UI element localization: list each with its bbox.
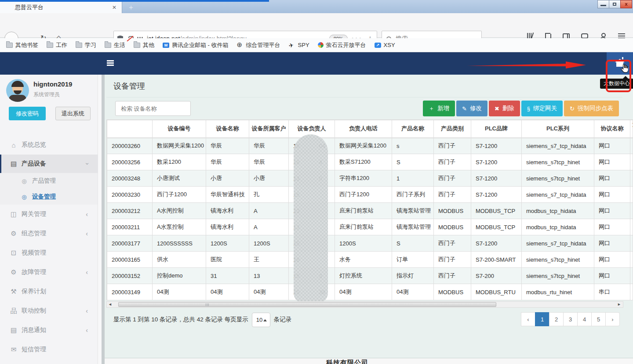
cell-comm-mode: 网口 xyxy=(594,187,630,203)
sidebar-item[interactable]: ◎ 设备管理 xyxy=(0,189,98,205)
window-close-button[interactable]: x xyxy=(620,0,632,8)
table-row[interactable]: 200003149 04测 04测 04测 1538 04测 04测 MODBU… xyxy=(107,284,633,300)
cell-product-name: 庶来门前泵站 xyxy=(335,203,392,219)
sidebar-item[interactable]: ⌂ 系统总览 xyxy=(0,135,98,155)
table-header-cell: PLC品牌 xyxy=(471,120,522,138)
cell-device-id: 200003211 xyxy=(107,219,153,235)
table-row[interactable]: 200003230 西门子1200 华辰智通科技 孔 15 西门子1200 西门… xyxy=(107,187,633,203)
bookmark-item[interactable]: SPY xyxy=(289,42,309,48)
page-button[interactable]: ‹ xyxy=(521,312,535,326)
cell-customer: 31 xyxy=(206,268,249,284)
sidebar-item[interactable]: ⚙ 故障管理 ‹ xyxy=(0,263,98,282)
action-button[interactable]: ＋ 新增 xyxy=(423,101,455,116)
action-button[interactable]: ↻ 强制同步点表 xyxy=(564,101,619,116)
page-button[interactable]: 5 xyxy=(591,312,606,326)
table-row[interactable]: 200003260 数据网关采集1200 华辰 华辰 1804 数据网关采集12… xyxy=(107,138,633,154)
sidebar-item[interactable]: ◎ 产品管理 xyxy=(0,173,98,189)
sidebar-item-icon: ⊡ xyxy=(9,249,18,257)
sidebar-item[interactable]: ⚙ 组态管理 ‹ xyxy=(0,224,98,243)
cell-product-type: S xyxy=(392,154,434,170)
bookmark-item[interactable]: 工作 xyxy=(47,41,67,49)
cell-owner: 华辰 xyxy=(249,138,289,154)
table-row[interactable]: 200003256 数采1200 华辰 华辰 184 数采S71200 S 西门… xyxy=(107,154,633,170)
device-search-box[interactable] xyxy=(115,101,191,116)
page-button[interactable]: 1 xyxy=(535,312,549,326)
sidebar-item-label: 产品设备 xyxy=(22,160,86,168)
horizontal-scrollbar[interactable]: ◄ ► xyxy=(106,301,623,308)
cell-protocol: modbus_tcp_hidata xyxy=(522,203,594,219)
sidebar-item-label: 视频管理 xyxy=(22,249,88,257)
table-row[interactable]: 200003211 A水泵控制 镇海水利 A 13 庶来门前泵站 镇海泵站管理 … xyxy=(107,219,633,235)
cell-owner: 1200S xyxy=(249,235,289,252)
bookmark-item[interactable]: 生活 xyxy=(105,41,125,49)
action-button[interactable]: § 绑定网关 xyxy=(521,101,563,116)
sidebar-collapse-icon[interactable] xyxy=(107,60,114,65)
cell-comm-mode: 网口 xyxy=(594,252,630,268)
scroll-right-arrow[interactable]: ► xyxy=(617,303,622,306)
action-button[interactable]: ✖ 删除 xyxy=(489,101,520,116)
sidebar-item[interactable]: ✉ 短信管理 xyxy=(0,340,98,359)
browser-tab[interactable]: 思普云平台 ✕ xyxy=(0,2,122,13)
logout-button[interactable]: 退出系统 xyxy=(55,107,91,120)
cell-plc-brand: 西门子 xyxy=(434,154,471,170)
sidebar-item-icon: ⌂ xyxy=(9,141,18,149)
action-button-icon: § xyxy=(527,105,530,112)
sidebar-item[interactable]: ▤ xyxy=(0,359,98,364)
window-restore-button[interactable] xyxy=(609,0,621,8)
bookmark-item[interactable]: 其他 xyxy=(134,41,154,49)
cell-comm-mode: 网口 xyxy=(594,170,630,187)
bookmark-item[interactable]: 综合管理平台 xyxy=(237,41,280,49)
table-header-cell: 设备所属客户 xyxy=(249,120,289,138)
username: hignton2019 xyxy=(33,80,72,88)
sidebar-item[interactable]: ▤ 消息通知 ‹ xyxy=(0,321,98,340)
table-row[interactable]: 200003212 A水闸控制 镇海水利 A 13 庶来门前泵站 镇海泵站管理 … xyxy=(107,203,633,219)
sidebar-item[interactable]: 品 联动控制 ‹ xyxy=(0,301,98,321)
mouse-cursor xyxy=(621,64,628,73)
page-size-dropdown[interactable]: 10 xyxy=(252,313,270,327)
bookmark-label: XSY xyxy=(384,42,395,48)
bookmark-item[interactable]: 萤石云开放平台 xyxy=(318,41,366,49)
toolbar-separator xyxy=(106,97,622,97)
device-search-input[interactable] xyxy=(120,105,186,112)
table-header-cell: 产品名称 xyxy=(392,120,434,138)
table-row[interactable]: 200003152 控制demo 31 13 153 灯控系统 指示灯 西门子 … xyxy=(107,268,633,284)
sidebar-item[interactable]: ⊡ 视频管理 xyxy=(0,243,98,263)
bookmark-item[interactable]: XSY xyxy=(375,42,395,48)
restore-icon xyxy=(613,3,616,6)
browser-navbar: ← → ↻ ⌂ iot.idosp.net/admin/index.html?l… xyxy=(0,13,633,38)
window-minimize-button[interactable] xyxy=(597,0,609,8)
cell-plc-series: S7-1200 xyxy=(471,154,522,170)
cell-stub xyxy=(630,203,633,219)
bookmark-item[interactable]: 腾讯企业邮箱 - 收件箱 xyxy=(163,41,229,49)
table-row[interactable]: 200003248 小唐测试 小唐 小唐 130 字符串1200 1 西门子 S… xyxy=(107,170,633,187)
page-button[interactable]: 4 xyxy=(577,312,592,326)
tab-title: 思普云平台 xyxy=(15,4,110,11)
change-password-button[interactable]: 修改密码 xyxy=(9,107,46,120)
scrollbar-thumb[interactable] xyxy=(118,302,496,307)
sidebar-item[interactable]: ◫ 网关管理 ‹ xyxy=(0,205,98,224)
sidebar-scrollbar[interactable] xyxy=(98,75,102,364)
cell-product-type: 指示灯 xyxy=(392,268,434,284)
scroll-left-arrow[interactable]: ◄ xyxy=(108,303,113,306)
cell-protocol: siemens_s7tcp_hinet xyxy=(522,268,594,284)
action-button-label: 绑定网关 xyxy=(533,105,557,112)
bookmark-item[interactable]: 其他书签 xyxy=(6,41,38,49)
cell-product-type: 04测 xyxy=(392,284,434,300)
table-row[interactable]: 200003177 1200SSSSSS 1200S 1200S 15 1200… xyxy=(107,235,633,252)
cell-protocol: siemens_s7tcp_hinet xyxy=(522,170,594,187)
sidebar-item-label: 产品管理 xyxy=(32,177,88,185)
bookmark-item[interactable]: 学习 xyxy=(76,41,96,49)
tab-close-icon[interactable]: ✕ xyxy=(110,4,118,11)
sidebar-item[interactable]: ▤ 产品设备 ‹ xyxy=(0,155,98,173)
table-header-cell: 设备编号 xyxy=(153,120,206,138)
page-button[interactable]: 2 xyxy=(549,312,564,326)
cell-owner: 04测 xyxy=(249,284,289,300)
page-button[interactable]: › xyxy=(605,312,620,326)
page-button[interactable]: 3 xyxy=(563,312,578,326)
sidebar-menu: ⌂ 系统总览 ▤ 产品设备 ‹ ◎ 产品管理 ◎ 设备管理 xyxy=(0,135,98,364)
table-row[interactable]: 200003165 供水 医院 王 18 水务 订单 西门子 S7-200-SM… xyxy=(107,252,633,268)
cell-customer: 镇海水利 xyxy=(206,203,249,219)
new-tab-button[interactable]: ＋ xyxy=(126,3,136,12)
action-button[interactable]: ✎ 修改 xyxy=(456,101,487,116)
sidebar-item[interactable]: ⚒ 保养计划 xyxy=(0,282,98,301)
